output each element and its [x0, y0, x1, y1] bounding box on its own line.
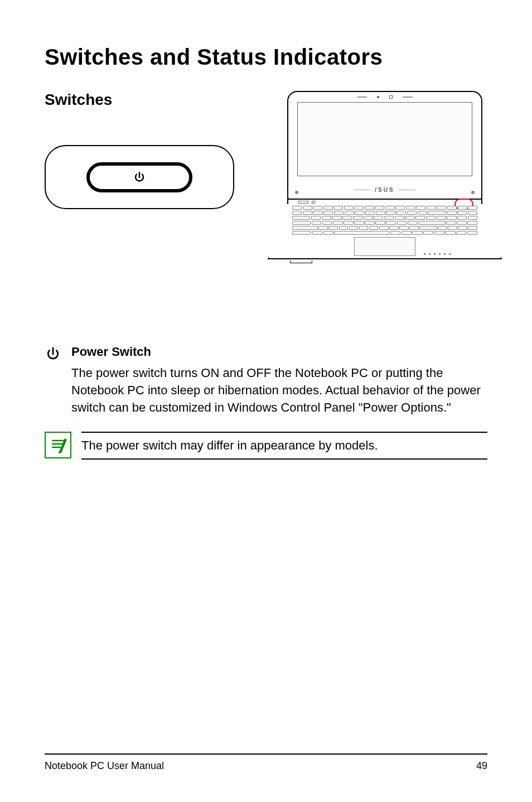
- laptop-lid: /SUS: [287, 91, 482, 200]
- illustrations-row: Switches /SUS: [45, 91, 487, 261]
- subsection-heading: Power Switch: [71, 345, 487, 359]
- note-block: The power switch may differ in appearanc…: [45, 432, 487, 460]
- keyboard-illustration: [292, 206, 477, 235]
- footer-page-number: 49: [476, 760, 487, 772]
- note-icon: [45, 432, 71, 458]
- note-text: The power switch may differ in appearanc…: [81, 432, 487, 460]
- power-button-illustration: [45, 145, 234, 209]
- power-icon: [133, 171, 146, 184]
- laptop-screen: [297, 102, 472, 176]
- footer-doc-title: Notebook PC User Manual: [45, 760, 164, 772]
- touchpad-illustration: [354, 237, 415, 256]
- laptop-illustration: /SUS: [268, 91, 502, 261]
- power-pill: [86, 162, 192, 192]
- body-paragraph: The power switch turns ON and OFF the No…: [71, 365, 487, 416]
- page-title: Switches and Status Indicators: [45, 45, 487, 70]
- brand-logo: /SUS: [354, 187, 415, 193]
- section-heading-switches: Switches: [45, 91, 245, 109]
- power-icon: [45, 346, 61, 363]
- power-switch-section: Power Switch The power switch turns ON a…: [45, 345, 487, 416]
- page-footer: Notebook PC User Manual 49: [45, 753, 487, 772]
